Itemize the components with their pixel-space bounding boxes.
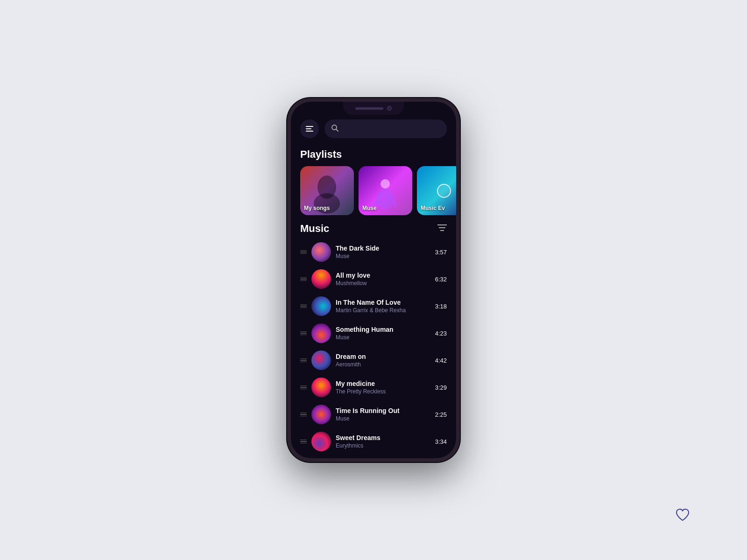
svg-line-1 — [336, 129, 338, 131]
drag-line — [300, 253, 307, 254]
track-info-0: The Dark Side Muse — [336, 245, 430, 259]
menu-line-1 — [306, 126, 313, 127]
menu-button[interactable] — [300, 119, 319, 138]
track-info-3: Something Human Muse — [336, 326, 430, 341]
drag-handle-4 — [300, 358, 307, 363]
drag-handle-0 — [300, 250, 307, 254]
menu-icon — [306, 126, 313, 132]
track-art-3 — [311, 323, 331, 343]
phone-screen: Playlists My songs — [291, 102, 456, 458]
playlist-card-mysongs[interactable]: My songs — [300, 166, 354, 215]
playlist-label-mysongs: My songs — [304, 205, 330, 211]
track-item-2[interactable]: In The Name Of Love Martin Garrix & Bebe… — [300, 293, 447, 320]
track-artist-3: Muse — [336, 334, 430, 341]
music-header: Music — [291, 215, 456, 238]
track-artist-0: Muse — [336, 253, 430, 259]
menu-line-3 — [306, 131, 313, 132]
track-name-1: All my love — [336, 272, 430, 279]
track-duration-4: 4:42 — [435, 357, 447, 364]
track-duration-7: 3:34 — [435, 438, 447, 445]
playlists-section: Playlists My songs — [291, 144, 456, 215]
page-wrapper: Playlists My songs — [0, 0, 747, 560]
playlists-title: Playlists — [291, 144, 456, 166]
track-artist-7: Eurythmics — [336, 442, 430, 449]
track-item-6[interactable]: Time Is Running Out Muse 2:25 — [300, 401, 447, 428]
drag-handle-1 — [300, 277, 307, 281]
track-duration-0: 3:57 — [435, 249, 447, 256]
track-name-7: Sweet Dreams — [336, 434, 430, 441]
track-list: The Dark Side Muse 3:57 All — [291, 238, 456, 455]
drag-line — [300, 250, 307, 251]
track-item-4[interactable]: Dream on Aerosmith 4:42 — [300, 347, 447, 374]
drag-handle-6 — [300, 413, 307, 417]
filter-icon[interactable] — [437, 224, 447, 234]
playlist-card-muse[interactable]: Muse — [359, 166, 412, 215]
drag-handle-2 — [300, 304, 307, 308]
track-art-1 — [311, 269, 331, 289]
phone-shell: Playlists My songs — [287, 98, 460, 462]
track-name-2: In The Name Of Love — [336, 299, 430, 306]
track-item-3[interactable]: Something Human Muse 4:23 — [300, 320, 447, 347]
track-art-2 — [311, 296, 331, 316]
track-artist-1: Mushmellow — [336, 280, 430, 287]
track-artist-6: Muse — [336, 415, 430, 422]
card3-circle — [437, 184, 451, 198]
track-name-6: Time Is Running Out — [336, 407, 430, 414]
heart-icon[interactable] — [674, 506, 691, 523]
menu-line-2 — [306, 128, 311, 129]
track-art-6 — [311, 405, 331, 424]
track-item-1[interactable]: All my love Mushmellow 6:32 — [300, 266, 447, 293]
track-item-7[interactable]: Sweet Dreams Eurythmics 3:34 — [300, 428, 447, 455]
search-icon — [331, 124, 338, 133]
music-section: Music — [291, 215, 456, 455]
track-info-6: Time Is Running Out Muse — [336, 407, 430, 422]
track-name-4: Dream on — [336, 353, 430, 360]
drag-handle-7 — [300, 440, 307, 444]
track-art-7 — [311, 432, 331, 451]
track-duration-3: 4:23 — [435, 330, 447, 337]
track-name-5: My medicine — [336, 380, 430, 387]
search-bar[interactable] — [324, 119, 447, 138]
playlists-row: My songs Muse — [291, 166, 456, 215]
track-info-1: All my love Mushmellow — [336, 272, 430, 287]
phone-notch — [343, 102, 404, 115]
track-art-0 — [311, 242, 331, 262]
track-art-4 — [311, 350, 331, 370]
track-item-5[interactable]: My medicine The Pretty Reckless 3:29 — [300, 374, 447, 401]
music-title: Music — [300, 223, 329, 235]
playlist-label-muse: Muse — [362, 205, 377, 211]
track-item-0[interactable]: The Dark Side Muse 3:57 — [300, 238, 447, 266]
track-duration-6: 2:25 — [435, 411, 447, 418]
track-info-5: My medicine The Pretty Reckless — [336, 380, 430, 395]
drag-handle-5 — [300, 385, 307, 390]
track-artist-5: The Pretty Reckless — [336, 388, 430, 395]
svg-point-5 — [377, 189, 394, 209]
track-info-7: Sweet Dreams Eurythmics — [336, 434, 430, 449]
track-name-0: The Dark Side — [336, 245, 430, 252]
track-info-4: Dream on Aerosmith — [336, 353, 430, 368]
notch-bar — [355, 107, 383, 110]
track-art-5 — [311, 378, 331, 397]
svg-point-4 — [381, 179, 390, 189]
track-artist-4: Aerosmith — [336, 361, 430, 368]
track-duration-2: 3:18 — [435, 303, 447, 310]
drag-handle-3 — [300, 331, 307, 336]
track-duration-1: 6:32 — [435, 276, 447, 283]
track-info-2: In The Name Of Love Martin Garrix & Bebe… — [336, 299, 430, 314]
playlist-card-music-ev[interactable]: Music Ev — [417, 166, 456, 215]
playlist-label-music-ev: Music Ev — [421, 205, 445, 211]
track-artist-2: Martin Garrix & Bebe Rexha — [336, 307, 430, 314]
track-duration-5: 3:29 — [435, 384, 447, 391]
drag-line — [300, 252, 307, 252]
track-name-3: Something Human — [336, 326, 430, 333]
notch-camera — [387, 106, 392, 111]
